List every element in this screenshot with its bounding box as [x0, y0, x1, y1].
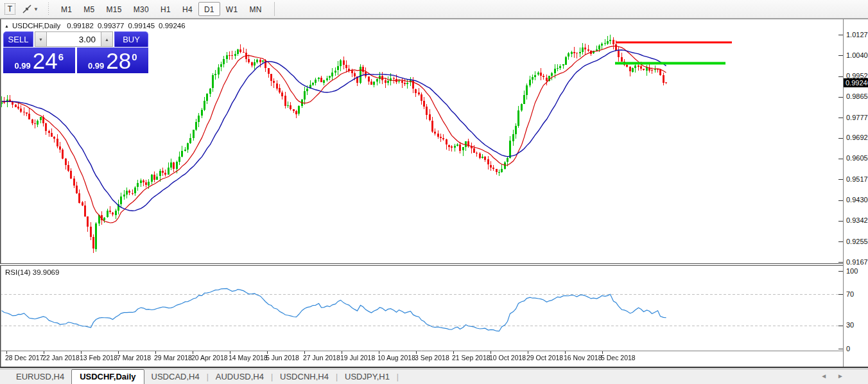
- rsi-tick-label: 100: [846, 267, 858, 275]
- chart-tab-usdjpy-h1[interactable]: USDJPY,H1: [338, 371, 397, 383]
- mt4-window: T ▼ M1M5M15M30H1H4D1W1MN ▲ USDCHF,Daily …: [0, 0, 868, 384]
- date-tick-label: 29 Mar 2018: [154, 354, 192, 362]
- date-tick-label: 3 Sep 2018: [415, 354, 449, 362]
- date-tick-label: 13 Feb 2018: [80, 354, 117, 362]
- rsi-tick-label: 70: [846, 290, 854, 298]
- price-tick-label: 0.91675: [846, 258, 868, 266]
- volume-increase-button[interactable]: ▲: [101, 31, 113, 47]
- date-tick-label: 10 Oct 2018: [489, 354, 526, 362]
- sell-price-big: 24: [33, 50, 58, 72]
- price-tick-label: 0.96050: [846, 154, 868, 162]
- rsi-tick-label: 30: [846, 321, 854, 329]
- toolbar-separator: [274, 2, 275, 16]
- tab-scroll-right-button[interactable]: ►: [837, 372, 844, 380]
- cursor-arrows-tool-button[interactable]: ▼: [20, 1, 40, 17]
- timeframe-button-d1[interactable]: D1: [198, 2, 220, 16]
- timeframe-group: M1M5M15M30H1H4D1W1MN: [55, 0, 268, 19]
- buy-price-prefix: 0.99: [88, 61, 104, 71]
- down-arrow-icon: ▼: [39, 37, 43, 42]
- sell-price-prefix: 0.99: [14, 61, 30, 71]
- pane-splitter[interactable]: [0, 263, 843, 266]
- timeframe-button-w1[interactable]: W1: [220, 2, 244, 16]
- date-tick-label: 27 Jun 2018: [303, 354, 340, 362]
- high-value: 0.99377: [98, 22, 125, 30]
- symbol-period-label: USDCHF,Daily: [12, 22, 60, 30]
- date-tick-label: 21 Sep 2018: [452, 354, 490, 362]
- price-tick-label: 1.00400: [846, 51, 868, 59]
- price-tick-label: 0.92550: [846, 238, 868, 245]
- date-tick-label: 14 May 2018: [229, 354, 268, 362]
- volume-spinner: ▼ 3.00 ▲: [35, 31, 113, 47]
- chart-tab-eurusd-h4[interactable]: EURUSD,H4: [9, 371, 71, 383]
- low-value: 0.99145: [128, 22, 155, 30]
- date-axis[interactable]: 28 Dec 201722 Jan 201813 Feb 20187 Mar 2…: [0, 351, 843, 367]
- price-tick-label: 1.01275: [846, 31, 868, 39]
- timeframe-button-m1[interactable]: M1: [55, 2, 78, 16]
- chart-title: ▲ USDCHF,Daily 0.99182 0.99377 0.99145 0…: [4, 22, 189, 30]
- chart-tab-usdcad-h4[interactable]: USDCAD,H4: [144, 371, 207, 383]
- rsi-tick-label: 0: [846, 345, 850, 353]
- volume-decrease-button[interactable]: ▼: [35, 31, 47, 47]
- close-value: 0.99246: [159, 22, 186, 30]
- toolbar: T ▼ M1M5M15M30H1H4D1W1MN: [0, 0, 868, 19]
- timeframe-button-m5[interactable]: M5: [78, 2, 100, 16]
- sell-button[interactable]: SELL: [3, 31, 33, 47]
- date-tick-label: 5 Jun 2018: [266, 354, 299, 362]
- date-tick-label: 28 Dec 2017: [5, 354, 44, 362]
- chart-window: ▲ USDCHF,Daily 0.99182 0.99377 0.99145 0…: [0, 19, 868, 369]
- tab-divider: |: [397, 372, 399, 381]
- buy-price-pipette: 0: [132, 51, 137, 62]
- chart-tab-bar: EURUSD,H4USDCHF,DailyUSDCAD,H4|AUDUSD,H4…: [0, 369, 868, 384]
- date-tick-label: 7 Mar 2018: [117, 354, 151, 362]
- buy-price-big: 28: [106, 50, 131, 72]
- text-tool-icon: T: [4, 3, 15, 15]
- price-axis[interactable]: 1.012751.004000.995250.986500.977750.969…: [843, 19, 868, 367]
- chevron-down-icon: ▼: [33, 6, 39, 12]
- timeframe-button-m30[interactable]: M30: [128, 2, 155, 16]
- sell-price-display[interactable]: 0.99 24 6: [3, 48, 75, 73]
- date-tick-label: 10 Aug 2018: [378, 354, 415, 362]
- collapse-triangle-icon[interactable]: ▲: [4, 24, 9, 28]
- price-tick-label: 0.96925: [846, 134, 868, 141]
- volume-input[interactable]: 3.00: [47, 31, 101, 47]
- chart-tab-usdchf-daily[interactable]: USDCHF,Daily: [71, 369, 144, 384]
- buy-price-display[interactable]: 0.99 28 0: [77, 48, 149, 73]
- current-price-tag: 0.99246: [844, 78, 868, 87]
- sell-price-pipette: 6: [58, 51, 64, 62]
- timeframe-button-mn[interactable]: MN: [243, 2, 267, 16]
- chart-tab-audusd-h4[interactable]: AUDUSD,H4: [209, 371, 271, 383]
- one-click-trading-panel: SELL ▼ 3.00 ▲ BUY 0.99 24 6 0.99: [3, 31, 148, 73]
- up-arrow-icon: ▲: [105, 37, 109, 42]
- date-tick-label: 19 Jul 2018: [340, 354, 375, 362]
- rsi-indicator-label: RSI(14) 39.9069: [5, 268, 59, 276]
- date-tick-label: 5 Dec 2018: [601, 354, 636, 362]
- timeframe-button-h4[interactable]: H4: [177, 2, 198, 16]
- timeframe-button-h1[interactable]: H1: [155, 2, 177, 16]
- text-label-tool-button[interactable]: T: [3, 1, 17, 17]
- date-tick-label: 20 Apr 2018: [191, 354, 228, 362]
- price-tick-label: 0.94300: [846, 196, 868, 204]
- price-tick-label: 0.93425: [846, 216, 868, 224]
- timeframe-button-m15[interactable]: M15: [100, 2, 127, 16]
- tab-scroll-arrows: ◄ ►: [820, 372, 844, 380]
- chart-window-left-border: [0, 19, 1, 369]
- buy-button[interactable]: BUY: [114, 31, 148, 47]
- price-tick-label: 0.97775: [846, 114, 868, 121]
- price-tick-label: 0.95175: [846, 175, 868, 183]
- price-tick-label: 0.98650: [846, 92, 868, 100]
- toolbar-grip[interactable]: [47, 3, 50, 15]
- double-arrow-icon: [22, 4, 32, 14]
- open-value: 0.99182: [67, 22, 94, 30]
- tab-scroll-left-button[interactable]: ◄: [820, 372, 827, 380]
- date-tick-label: 29 Oct 2018: [526, 354, 563, 362]
- date-tick-label: 16 Nov 2018: [564, 354, 602, 362]
- chart-tab-usdcnh-h4[interactable]: USDCNH,H4: [273, 371, 336, 383]
- date-tick-label: 22 Jan 2018: [42, 354, 80, 362]
- chart-tabs: EURUSD,H4USDCHF,DailyUSDCAD,H4|AUDUSD,H4…: [9, 369, 399, 384]
